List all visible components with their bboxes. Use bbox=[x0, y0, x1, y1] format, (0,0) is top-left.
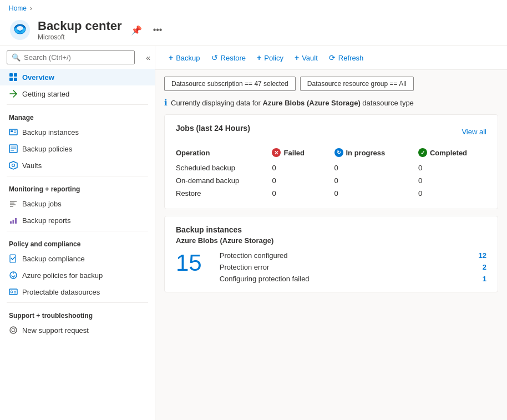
jobs-card: Jobs (last 24 Hours) View all Operation … bbox=[164, 114, 498, 209]
backup-instances-card-title: Backup instances bbox=[176, 225, 486, 234]
vault-button[interactable]: + Vault bbox=[290, 50, 322, 65]
row-completed-0: 0 bbox=[405, 161, 486, 174]
sidebar-label-vaults: Vaults bbox=[22, 161, 42, 170]
backup-instances-card: Backup instances Azure Blobs (Azure Stor… bbox=[164, 216, 498, 292]
app-container: Home › Backup center Microsoft 📌 ••• bbox=[0, 0, 507, 420]
row-completed-2: 0 bbox=[405, 187, 486, 200]
sidebar-item-azure-policies[interactable]: Azure policies for backup bbox=[0, 267, 155, 284]
row-failed-2: 0 bbox=[258, 187, 321, 200]
stat-row-2: Configuring protection failed 1 bbox=[220, 275, 486, 283]
svg-rect-22 bbox=[13, 220, 14, 224]
sidebar-label-protectable-datasources: Protectable datasources bbox=[22, 288, 100, 296]
col-operation: Operation bbox=[176, 146, 258, 161]
sidebar-item-backup-jobs[interactable]: Backup jobs bbox=[0, 195, 155, 212]
svg-rect-7 bbox=[14, 78, 17, 81]
sidebar-item-protectable-datasources[interactable]: Protectable datasources bbox=[0, 284, 155, 300]
sidebar-label-getting-started: Getting started bbox=[22, 90, 69, 98]
stat-row-0: Protection configured 12 bbox=[220, 251, 486, 260]
azure-policies-icon bbox=[9, 271, 18, 280]
protectable-datasources-icon bbox=[9, 287, 18, 296]
col-inprogress: ↻ In progress bbox=[321, 146, 405, 161]
sidebar-label-new-support: New support request bbox=[22, 326, 89, 335]
stat-row-1: Protection error 2 bbox=[220, 263, 486, 271]
collapse-sidebar-button[interactable]: « bbox=[141, 51, 155, 64]
backup-instances-subtitle: Azure Blobs (Azure Storage) bbox=[176, 236, 486, 245]
breadcrumb-separator: › bbox=[30, 4, 32, 12]
sidebar-item-getting-started[interactable]: Getting started bbox=[0, 85, 155, 102]
sidebar-item-vaults[interactable]: Vaults bbox=[0, 157, 155, 174]
row-inprogress-1: 0 bbox=[321, 174, 405, 187]
svg-point-27 bbox=[11, 291, 13, 293]
sidebar-item-backup-reports[interactable]: Backup reports bbox=[0, 212, 155, 229]
backup-jobs-icon bbox=[9, 199, 18, 208]
policy-button[interactable]: + Policy bbox=[252, 50, 288, 65]
svg-rect-8 bbox=[9, 129, 17, 135]
inprogress-status-icon: ↻ bbox=[334, 148, 343, 157]
refresh-icon: ⟳ bbox=[329, 53, 336, 62]
sidebar-label-backup-jobs: Backup jobs bbox=[22, 200, 62, 208]
sidebar-item-backup-policies[interactable]: Backup policies bbox=[0, 140, 155, 157]
sidebar-label-azure-policies: Azure policies for backup bbox=[22, 271, 103, 280]
stat-label-0: Protection configured bbox=[220, 251, 288, 260]
completed-status-icon: ✓ bbox=[418, 148, 427, 157]
more-options-button[interactable]: ••• bbox=[151, 23, 165, 37]
right-panel: + Backup ↺ Restore + Policy + Vault ⟳ bbox=[155, 46, 507, 420]
app-header: Backup center Microsoft 📌 ••• bbox=[0, 17, 507, 45]
backup-instances-total: 15 bbox=[176, 251, 202, 275]
svg-rect-24 bbox=[10, 255, 16, 262]
table-row: Restore 0 0 0 bbox=[176, 187, 486, 200]
search-input[interactable] bbox=[24, 53, 130, 62]
backup-instances-icon bbox=[9, 128, 18, 136]
sidebar-item-backup-compliance[interactable]: Backup compliance bbox=[0, 250, 155, 267]
sidebar-divider-policy bbox=[7, 231, 148, 231]
vaults-icon bbox=[9, 161, 18, 170]
subscription-filter[interactable]: Datasource subscription == 47 selected bbox=[164, 77, 296, 91]
breadcrumb: Home › bbox=[0, 0, 507, 17]
jobs-card-title: Jobs (last 24 Hours) bbox=[176, 124, 250, 133]
search-box[interactable]: 🔍 bbox=[7, 50, 135, 64]
row-failed-1: 0 bbox=[258, 174, 321, 187]
info-datasource-type: Azure Blobs (Azure Storage) bbox=[262, 99, 360, 107]
sidebar-section-policy: Policy and compliance bbox=[0, 234, 155, 250]
filter-bar: Datasource subscription == 47 selected D… bbox=[164, 77, 498, 91]
breadcrumb-home[interactable]: Home bbox=[9, 4, 27, 12]
svg-rect-23 bbox=[15, 218, 17, 224]
sidebar-item-overview[interactable]: Overview bbox=[0, 69, 155, 85]
sidebar-label-backup-policies: Backup policies bbox=[22, 145, 72, 153]
backup-button[interactable]: + Backup bbox=[164, 50, 205, 65]
row-operation-2: Restore bbox=[176, 187, 258, 200]
svg-rect-5 bbox=[14, 73, 17, 77]
row-inprogress-2: 0 bbox=[321, 187, 405, 200]
getting-started-icon bbox=[9, 89, 18, 98]
page-title: Backup center bbox=[38, 19, 122, 33]
svg-rect-21 bbox=[10, 221, 12, 224]
restore-icon: ↺ bbox=[211, 53, 218, 62]
backup-reports-icon bbox=[9, 216, 18, 225]
failed-status-icon: ✕ bbox=[272, 148, 281, 157]
jobs-table-header-row: Operation ✕ Failed ↻ bbox=[176, 146, 486, 161]
table-row: On-demand backup 0 0 0 bbox=[176, 174, 486, 187]
sidebar-item-backup-instances[interactable]: Backup instances bbox=[0, 124, 155, 140]
jobs-table-body: Scheduled backup 0 0 0 On-demand backup … bbox=[176, 161, 486, 200]
table-row: Scheduled backup 0 0 0 bbox=[176, 161, 486, 174]
sidebar-item-new-support[interactable]: New support request bbox=[0, 322, 155, 338]
new-support-icon bbox=[9, 326, 18, 335]
search-collapse-row: 🔍 « bbox=[0, 46, 155, 69]
row-operation-1: On-demand backup bbox=[176, 174, 258, 187]
page-subtitle: Microsoft bbox=[38, 33, 122, 41]
restore-button[interactable]: ↺ Restore bbox=[207, 50, 251, 65]
sidebar-label-backup-reports: Backup reports bbox=[22, 216, 70, 225]
info-icon: ℹ bbox=[164, 98, 168, 108]
sidebar-divider-manage bbox=[7, 104, 148, 105]
refresh-button[interactable]: ⟳ Refresh bbox=[325, 50, 368, 65]
view-all-link[interactable]: View all bbox=[462, 128, 486, 136]
plus-icon-backup: + bbox=[169, 53, 173, 62]
col-failed: ✕ Failed bbox=[258, 146, 321, 161]
sidebar-label-overview: Overview bbox=[22, 73, 54, 82]
pin-button[interactable]: 📌 bbox=[129, 23, 144, 38]
search-wrap: 🔍 bbox=[0, 46, 141, 69]
content-area: Datasource subscription == 47 selected D… bbox=[155, 70, 507, 420]
sidebar-section-manage: Manage bbox=[0, 107, 155, 124]
sidebar-label-backup-instances: Backup instances bbox=[22, 128, 79, 136]
resource-group-filter[interactable]: Datasource resource group == All bbox=[300, 77, 414, 91]
